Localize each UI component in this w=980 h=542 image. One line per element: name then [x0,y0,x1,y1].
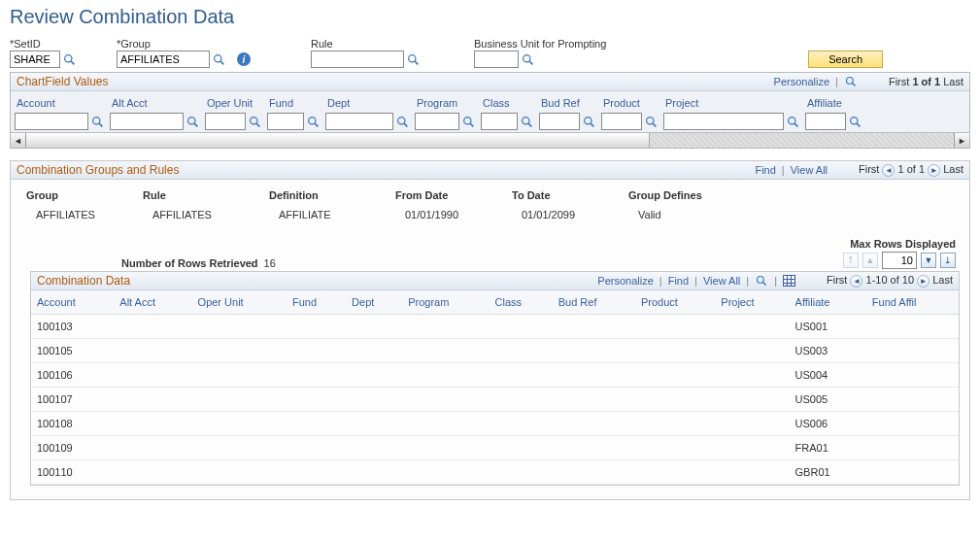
prev-arrow-icon[interactable]: ◄ [882,164,895,177]
column-header-fund-affil[interactable]: Fund Affil [866,290,959,315]
horizontal-scrollbar[interactable]: ◄ ► [11,132,969,148]
lookup-icon[interactable] [90,115,104,128]
lookup-icon[interactable] [62,52,76,66]
combination-data-grid: Combination Data Personalize | Find | Vi… [30,271,960,486]
chartfield-input[interactable] [110,113,184,130]
max-rows-input[interactable] [882,252,917,269]
combo-groups-title: Combination Groups and Rules [17,163,179,177]
column-header-affiliate[interactable]: Affiliate [805,93,862,111]
chartfield-input[interactable] [663,113,784,130]
lookup-icon[interactable] [461,115,475,128]
column-header-bud-ref[interactable]: Bud Ref [553,290,635,315]
next-arrow-icon[interactable]: ► [917,275,929,288]
chartfield-title: ChartField Values [17,75,109,88]
lookup-icon[interactable] [248,115,261,128]
column-header-product[interactable]: Product [601,93,658,111]
info-icon[interactable]: i [237,52,251,66]
chartfield-grid: ChartField Values Personalize | First 1 … [10,72,970,149]
scroll-right-icon[interactable]: ► [954,133,969,148]
find-link[interactable]: Find [755,164,775,176]
rule-label: Rule [311,38,474,50]
column-header-bud-ref[interactable]: Bud Ref [539,93,595,111]
lookup-icon[interactable] [848,115,862,128]
search-button[interactable]: Search [808,51,883,68]
lookup-icon[interactable] [306,115,320,128]
col-rule: Rule [137,186,263,205]
column-header-oper-unit[interactable]: Oper Unit [192,290,287,315]
max-rows-label: Max Rows Displayed [850,238,956,250]
chartfield-input[interactable] [267,113,304,130]
page-title: Review Combination Data [10,6,970,28]
lookup-icon[interactable] [786,115,799,128]
column-header-program[interactable]: Program [415,93,475,111]
col-group: Group [20,186,137,205]
combination-data-title: Combination Data [37,274,130,288]
lookup-icon[interactable] [520,115,533,128]
setid-label: *SetID [10,38,117,50]
combo-groups-table: Group Rule Definition From Date To Date … [20,186,960,224]
view-all-text: View All [791,164,828,176]
chartfield-input[interactable] [205,113,246,130]
bu-input[interactable] [474,51,519,68]
lookup-icon[interactable] [521,52,534,66]
scroll-down-icon[interactable]: ▼ [921,253,936,268]
chartfield-input[interactable] [15,113,88,130]
rows-retrieved-value: 16 [264,257,276,269]
spreadsheet-icon[interactable] [783,275,795,287]
column-header-product[interactable]: Product [635,290,715,315]
find-link[interactable]: Find [668,275,689,287]
column-header-class[interactable]: Class [481,93,533,111]
prev-arrow-icon[interactable]: ◄ [850,275,862,288]
personalize-link[interactable]: Personalize [597,275,653,287]
zoom-icon[interactable] [755,274,768,288]
chartfield-input[interactable] [539,113,580,130]
chartfield-input[interactable] [325,113,393,130]
chartfield-input[interactable] [601,113,642,130]
group-input[interactable] [117,51,210,68]
zoom-icon[interactable] [844,75,858,88]
personalize-link[interactable]: Personalize [774,76,829,87]
column-header-dept[interactable]: Dept [346,290,402,315]
scroll-thumb[interactable] [26,133,650,148]
setid-input[interactable] [10,51,60,68]
column-header-alt-acct[interactable]: Alt Acct [114,290,191,315]
column-header-fund[interactable]: Fund [287,290,346,315]
chartfield-input[interactable] [415,113,459,130]
group-label: *Group [117,38,311,50]
table-row: 100106US004 [31,363,959,388]
column-header-oper-unit[interactable]: Oper Unit [205,93,261,111]
chartfield-input[interactable] [805,113,846,130]
paging-first: First [889,76,909,87]
column-header-project[interactable]: Project [715,290,789,315]
table-row: 100110GBR01 [31,460,959,485]
lookup-icon[interactable] [395,115,409,128]
lookup-icon[interactable] [582,115,595,128]
lookup-icon[interactable] [212,52,225,66]
filter-bar: *SetID *Group i Rule Business Unit for P… [10,38,970,68]
column-header-fund[interactable]: Fund [267,93,320,111]
column-header-account[interactable]: Account [31,290,114,315]
column-header-project[interactable]: Project [663,93,799,111]
lookup-icon[interactable] [186,115,199,128]
column-header-dept[interactable]: Dept [325,93,409,111]
paging-last: Last [943,76,963,87]
next-arrow-icon[interactable]: ► [928,164,940,177]
scroll-left-icon[interactable]: ◄ [11,133,26,148]
column-header-alt-acct[interactable]: Alt Acct [110,93,199,111]
column-header-affiliate[interactable]: Affiliate [790,290,866,315]
column-header-program[interactable]: Program [402,290,489,315]
lookup-icon[interactable] [406,52,420,66]
table-row: 100107US005 [31,388,959,412]
lookup-icon[interactable] [644,115,658,128]
scroll-bottom-icon[interactable]: ⤓ [940,253,956,268]
rows-retrieved-label: Number of Rows Retrieved16 [121,257,276,269]
view-all-text: View All [703,275,740,287]
column-header-class[interactable]: Class [490,290,553,315]
rule-input[interactable] [311,51,404,68]
table-row: AFFILIATES AFFILIATES AFFILIATE 01/01/19… [20,205,960,224]
column-header-account[interactable]: Account [15,93,104,111]
table-row: 100108US006 [31,412,959,436]
chartfield-input[interactable] [481,113,518,130]
table-row: 100109FRA01 [31,436,959,460]
col-definition: Definition [263,186,389,205]
